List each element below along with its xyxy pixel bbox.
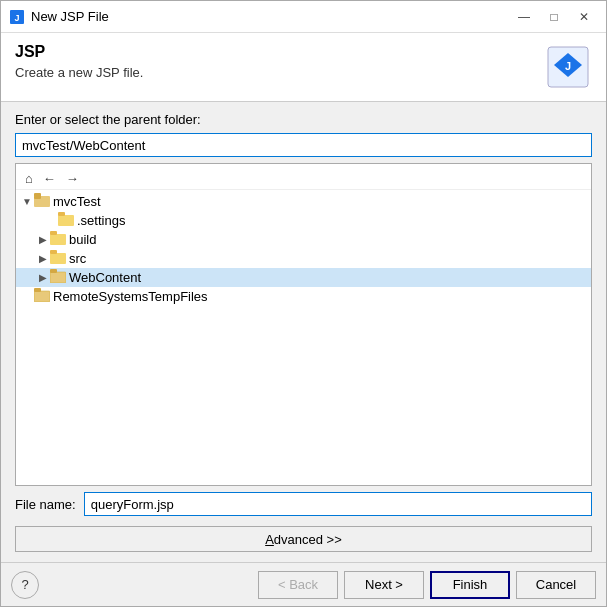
window-icon: J: [9, 9, 25, 25]
header-left: JSP Create a new JSP file.: [15, 43, 143, 80]
bottom-bar: ? < Back Next > Finish Cancel: [1, 562, 606, 606]
tree-forward-button[interactable]: →: [63, 170, 82, 187]
chevron-down-icon: ▼: [20, 196, 34, 207]
tree-item-mvctest[interactable]: ▼ mvcTest: [16, 192, 591, 211]
wizard-icon: J: [544, 43, 592, 91]
title-bar: J New JSP File — □ ✕: [1, 1, 606, 33]
svg-rect-13: [50, 250, 57, 254]
svg-rect-12: [50, 253, 66, 264]
svg-text:J: J: [565, 60, 571, 72]
open-folder-icon: [50, 269, 66, 286]
tree-item-label: WebContent: [69, 270, 141, 285]
tree-item-label: mvcTest: [53, 194, 101, 209]
chevron-right-icon: ▶: [36, 272, 50, 283]
header-section: JSP Create a new JSP file. J: [1, 33, 606, 102]
filename-label: File name:: [15, 497, 76, 512]
minimize-button[interactable]: —: [510, 6, 538, 28]
window-controls: — □ ✕: [510, 6, 598, 28]
maximize-button[interactable]: □: [540, 6, 568, 28]
chevron-right-icon: ▶: [36, 234, 50, 245]
folder-icon: [50, 231, 66, 248]
wizard-subtitle: Create a new JSP file.: [15, 65, 143, 80]
tree-item-settings[interactable]: .settings: [16, 211, 591, 230]
svg-rect-11: [50, 231, 57, 235]
svg-rect-7: [34, 193, 41, 197]
folder-label: Enter or select the parent folder:: [15, 112, 592, 127]
bottom-buttons: < Back Next > Finish Cancel: [258, 571, 596, 599]
project-icon: [34, 288, 50, 305]
tree-item-label: .settings: [77, 213, 125, 228]
tree-item-build[interactable]: ▶ build: [16, 230, 591, 249]
svg-rect-15: [50, 269, 57, 273]
tree-item-remotesystems[interactable]: RemoteSystemsTempFiles: [16, 287, 591, 306]
tree-item-src[interactable]: ▶ src: [16, 249, 591, 268]
tree-back-button[interactable]: ←: [40, 170, 59, 187]
tree-item-webcontent[interactable]: ▶ WebContent: [16, 268, 591, 287]
jsp-wizard-icon: J: [544, 43, 592, 91]
tree-item-label: RemoteSystemsTempFiles: [53, 289, 208, 304]
tree-items: ▼ mvcTest .settings ▶: [16, 190, 591, 308]
folder-icon: [58, 212, 74, 229]
folder-input[interactable]: [15, 133, 592, 157]
tree-item-label: build: [69, 232, 96, 247]
filename-row: File name:: [15, 492, 592, 516]
svg-text:J: J: [14, 13, 19, 23]
finish-button[interactable]: Finish: [430, 571, 510, 599]
back-button[interactable]: < Back: [258, 571, 338, 599]
svg-rect-8: [58, 215, 74, 226]
svg-rect-10: [50, 234, 66, 245]
svg-rect-9: [58, 212, 65, 216]
filename-input[interactable]: [84, 492, 592, 516]
chevron-right-icon: ▶: [36, 253, 50, 264]
window-title: New JSP File: [31, 9, 510, 24]
content-area: Enter or select the parent folder: ⌂ ← →…: [1, 102, 606, 562]
help-button[interactable]: ?: [11, 571, 39, 599]
next-button[interactable]: Next >: [344, 571, 424, 599]
tree-toolbar: ⌂ ← →: [16, 168, 591, 190]
svg-rect-17: [34, 288, 41, 292]
folder-icon: [50, 250, 66, 267]
svg-rect-16: [34, 291, 50, 302]
tree-item-label: src: [69, 251, 86, 266]
project-icon: [34, 193, 50, 210]
advanced-underline: A: [265, 532, 274, 547]
close-button[interactable]: ✕: [570, 6, 598, 28]
advanced-label-rest: dvanced >>: [274, 532, 342, 547]
new-jsp-dialog: J New JSP File — □ ✕ JSP Create a new JS…: [0, 0, 607, 607]
wizard-title: JSP: [15, 43, 143, 61]
folder-tree[interactable]: ⌂ ← → ▼ mvcTest: [15, 163, 592, 486]
tree-home-button[interactable]: ⌂: [22, 170, 36, 187]
svg-rect-14: [50, 272, 66, 283]
cancel-button[interactable]: Cancel: [516, 571, 596, 599]
advanced-button[interactable]: Advanced >>: [15, 526, 592, 552]
